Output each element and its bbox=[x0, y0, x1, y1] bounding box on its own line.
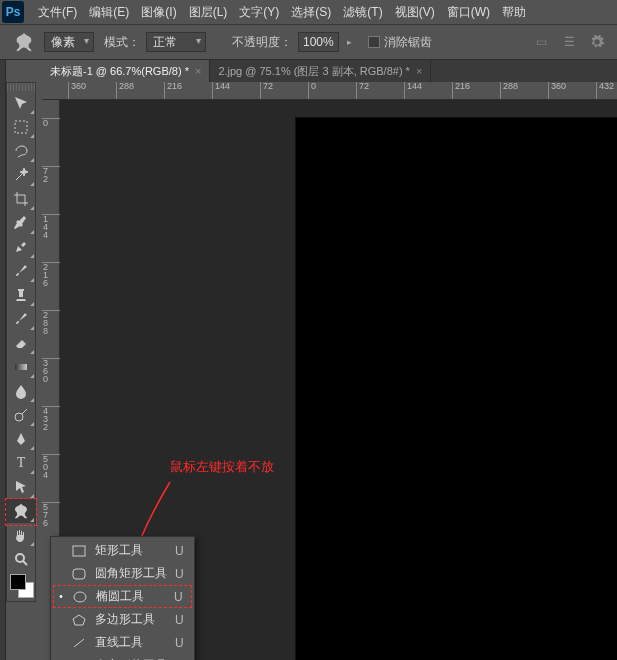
marquee-tool[interactable] bbox=[7, 115, 35, 139]
svg-line-8 bbox=[74, 639, 84, 647]
menu-image[interactable]: 图像(I) bbox=[135, 0, 182, 25]
rect-icon bbox=[71, 544, 87, 558]
svg-rect-4 bbox=[73, 546, 85, 556]
hand-tool[interactable] bbox=[7, 523, 35, 547]
ruler-tick: 360 bbox=[548, 82, 566, 100]
menu-view[interactable]: 视图(V) bbox=[389, 0, 441, 25]
flyout-item-rect[interactable]: 矩形工具U bbox=[51, 539, 194, 562]
gear-icon[interactable] bbox=[587, 32, 607, 52]
flyout-item-shortcut: U bbox=[175, 613, 184, 627]
foreground-color-swatch[interactable] bbox=[10, 574, 26, 590]
antialias-checkbox[interactable] bbox=[368, 36, 380, 48]
document-tab-1[interactable]: 未标题-1 @ 66.7%(RGB/8) * × bbox=[42, 60, 210, 82]
toolbox: T bbox=[6, 82, 36, 602]
blur-tool[interactable] bbox=[7, 379, 35, 403]
menu-file[interactable]: 文件(F) bbox=[32, 0, 83, 25]
ruler-tick: 216 bbox=[164, 82, 182, 100]
shape-tool[interactable] bbox=[7, 499, 35, 523]
menu-help[interactable]: 帮助 bbox=[496, 0, 532, 25]
flyout-item-label: 椭圆工具 bbox=[96, 588, 166, 605]
eyedropper-tool[interactable] bbox=[7, 211, 35, 235]
svg-rect-1 bbox=[15, 364, 27, 370]
ruler-tick: 144 bbox=[404, 82, 422, 100]
move-tool[interactable] bbox=[7, 91, 35, 115]
magic-wand-tool[interactable] bbox=[7, 163, 35, 187]
type-tool[interactable]: T bbox=[7, 451, 35, 475]
svg-point-2 bbox=[15, 413, 23, 421]
document-tab-2[interactable]: 2.jpg @ 75.1% (图层 3 副本, RGB/8#) * × bbox=[210, 60, 431, 82]
menu-edit[interactable]: 编辑(E) bbox=[83, 0, 135, 25]
shape-unit-dropdown[interactable]: 像素 bbox=[44, 32, 94, 52]
artboard[interactable] bbox=[296, 118, 617, 660]
toolbox-grip[interactable] bbox=[7, 83, 35, 91]
annotation-text: 鼠标左键按着不放 bbox=[170, 458, 274, 476]
custom-shape-tool-icon[interactable] bbox=[10, 28, 38, 56]
flyout-item-shortcut: U bbox=[175, 544, 184, 558]
opacity-dropdown-arrow-icon[interactable]: ▸ bbox=[347, 37, 352, 47]
options-bar: 像素 模式： 正常 不透明度： 100% ▸ 消除锯齿 ▭ ☰ bbox=[0, 25, 617, 60]
mode-label: 模式： bbox=[104, 34, 140, 51]
opacity-label: 不透明度： bbox=[232, 34, 292, 51]
brush-tool[interactable] bbox=[7, 259, 35, 283]
history-brush-tool[interactable] bbox=[7, 307, 35, 331]
rrect-icon bbox=[71, 567, 87, 581]
flyout-item-shortcut: U bbox=[175, 567, 184, 581]
pen-tool[interactable] bbox=[7, 427, 35, 451]
zoom-tool[interactable] bbox=[7, 547, 35, 571]
crop-tool[interactable] bbox=[7, 187, 35, 211]
menu-window[interactable]: 窗口(W) bbox=[441, 0, 496, 25]
shape-tool-flyout: 矩形工具U圆角矩形工具U•椭圆工具U多边形工具U直线工具U自定形状工具U bbox=[50, 536, 195, 660]
svg-point-3 bbox=[16, 554, 24, 562]
opacity-field[interactable]: 100% bbox=[298, 32, 339, 52]
flyout-item-label: 直线工具 bbox=[95, 634, 167, 651]
menu-type[interactable]: 文字(Y) bbox=[233, 0, 285, 25]
flyout-item-label: 矩形工具 bbox=[95, 542, 167, 559]
flyout-item-shortcut: U bbox=[174, 590, 183, 604]
menu-layer[interactable]: 图层(L) bbox=[183, 0, 234, 25]
ruler-tick: 72 bbox=[260, 82, 273, 100]
ruler-tick: 360 bbox=[68, 82, 86, 100]
healing-brush-tool[interactable] bbox=[7, 235, 35, 259]
clone-stamp-tool[interactable] bbox=[7, 283, 35, 307]
flyout-item-custom[interactable]: 自定形状工具U bbox=[51, 654, 194, 660]
flyout-item-ellipse[interactable]: •椭圆工具U bbox=[53, 585, 192, 608]
align-edges-icon[interactable]: ▭ bbox=[531, 32, 551, 52]
gradient-tool[interactable] bbox=[7, 355, 35, 379]
flyout-item-rrect[interactable]: 圆角矩形工具U bbox=[51, 562, 194, 585]
ruler-tick: 144 bbox=[42, 214, 60, 239]
selected-indicator-icon: • bbox=[58, 591, 64, 602]
menu-bar: Ps 文件(F) 编辑(E) 图像(I) 图层(L) 文字(Y) 选择(S) 滤… bbox=[0, 0, 617, 25]
flyout-item-label: 多边形工具 bbox=[95, 611, 167, 628]
antialias-label: 消除锯齿 bbox=[384, 34, 432, 51]
ellipse-icon bbox=[72, 590, 88, 604]
menu-select[interactable]: 选择(S) bbox=[285, 0, 337, 25]
svg-point-6 bbox=[74, 592, 86, 602]
ruler-tick: 504 bbox=[42, 454, 60, 479]
ruler-tick: 0 bbox=[42, 118, 60, 127]
ruler-tick: 360 bbox=[42, 358, 60, 383]
flyout-item-line[interactable]: 直线工具U bbox=[51, 631, 194, 654]
blend-mode-dropdown[interactable]: 正常 bbox=[146, 32, 206, 52]
path-selection-tool[interactable] bbox=[7, 475, 35, 499]
geometry-options-icon[interactable]: ☰ bbox=[559, 32, 579, 52]
ruler-tick: 72 bbox=[42, 166, 60, 183]
dodge-tool[interactable] bbox=[7, 403, 35, 427]
ruler-horizontal[interactable]: 36028821614472072144216288360432 bbox=[42, 82, 617, 100]
document-tabs: 未标题-1 @ 66.7%(RGB/8) * × 2.jpg @ 75.1% (… bbox=[42, 60, 617, 82]
flyout-item-shortcut: U bbox=[175, 636, 184, 650]
ruler-tick: 0 bbox=[308, 82, 316, 100]
ruler-tick: 288 bbox=[42, 310, 60, 335]
flyout-item-polygon[interactable]: 多边形工具U bbox=[51, 608, 194, 631]
lasso-tool[interactable] bbox=[7, 139, 35, 163]
ruler-tick: 432 bbox=[596, 82, 614, 100]
line-icon bbox=[71, 636, 87, 650]
eraser-tool[interactable] bbox=[7, 331, 35, 355]
ruler-tick: 288 bbox=[116, 82, 134, 100]
ruler-tick: 216 bbox=[42, 262, 60, 287]
photoshop-logo-icon: Ps bbox=[2, 1, 24, 23]
close-icon[interactable]: × bbox=[195, 65, 201, 77]
close-icon[interactable]: × bbox=[416, 65, 422, 77]
ruler-tick: 576 bbox=[42, 502, 60, 527]
menu-filter[interactable]: 滤镜(T) bbox=[337, 0, 388, 25]
color-swatches[interactable] bbox=[7, 571, 35, 601]
